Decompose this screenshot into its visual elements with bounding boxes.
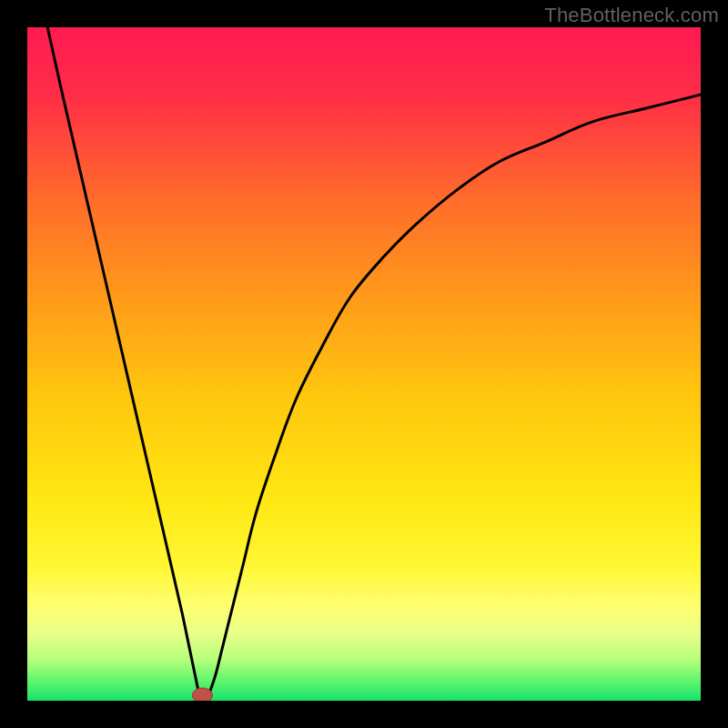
plot-area <box>27 27 701 701</box>
gradient-background <box>27 27 701 701</box>
minimum-marker <box>192 688 212 701</box>
chart-svg <box>27 27 701 701</box>
chart-frame: TheBottleneck.com <box>0 0 728 728</box>
watermark-text: TheBottleneck.com <box>544 4 719 27</box>
